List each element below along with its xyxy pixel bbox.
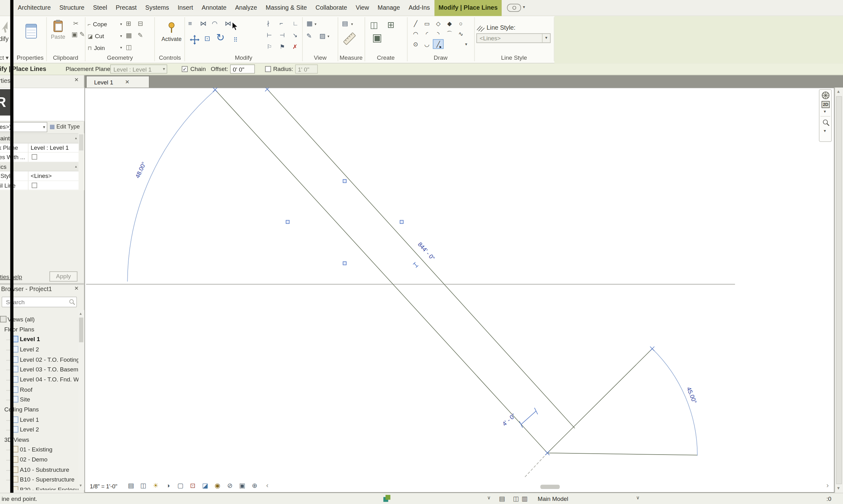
- paint-icon[interactable]: ▦: [126, 32, 132, 39]
- scroll-up-icon[interactable]: ▴: [837, 89, 840, 94]
- trim-extend-single-icon[interactable]: ∟: [293, 20, 298, 26]
- cut-icon[interactable]: ✂: [73, 20, 79, 28]
- edit-type-button[interactable]: ▦ Edit Type: [49, 123, 80, 130]
- shadows-icon[interactable]: ◑: [164, 482, 172, 490]
- split-element-icon[interactable]: ∤: [266, 20, 270, 27]
- measure-icon[interactable]: [342, 31, 357, 48]
- project-browser-close-icon[interactable]: ✕: [74, 286, 79, 291]
- active-workset-icon[interactable]: ▤: [499, 495, 505, 502]
- visual-style-icon[interactable]: ◫: [139, 482, 148, 490]
- hscroll-thumb[interactable]: [540, 485, 560, 489]
- design-options-select[interactable]: Main Model: [538, 496, 568, 502]
- reveal-hidden-icon[interactable]: ◉: [213, 482, 222, 490]
- zoom-icon[interactable]: [822, 119, 829, 127]
- properties-button[interactable]: [19, 19, 43, 51]
- type-selector-caret-icon[interactable]: ▾: [43, 125, 45, 129]
- copy-icon[interactable]: ⊡: [204, 34, 210, 42]
- aligned-dimension-icon[interactable]: ▤: [342, 20, 348, 28]
- view-tab-close-icon[interactable]: ✕: [125, 79, 129, 85]
- caret-down-icon[interactable]: ▾: [120, 46, 122, 50]
- cut-geometry-button[interactable]: ◪Cut▾: [88, 31, 122, 41]
- analytical-model-icon[interactable]: ⊕: [250, 482, 259, 490]
- tab-add-ins[interactable]: Add-Ins: [404, 0, 434, 16]
- inscribed-polygon-tool-icon[interactable]: ◇: [433, 19, 443, 28]
- temporary-dimension-length[interactable]: 844' - 0": [416, 241, 436, 262]
- steering-wheel-icon[interactable]: [822, 91, 830, 101]
- tab-view[interactable]: View: [351, 0, 373, 16]
- create-assembly-icon[interactable]: ▣: [372, 31, 382, 44]
- cope-button[interactable]: ⌐Cope▾: [88, 19, 122, 30]
- main-model-icon[interactable]: ▥: [522, 495, 528, 502]
- caret-down-icon[interactable]: ▾: [314, 22, 316, 26]
- join-geometry-button[interactable]: ⊓Join▾: [88, 42, 122, 53]
- mirror-pick-axis-icon[interactable]: ⋈: [200, 20, 207, 28]
- create-parts-icon[interactable]: ◫: [370, 20, 378, 30]
- spline-tool-icon[interactable]: ∿: [456, 30, 466, 38]
- radius-checkbox[interactable]: [265, 66, 271, 72]
- wheel-caret-icon[interactable]: ▾: [824, 109, 826, 114]
- scale-button[interactable]: 1/8" = 1'-0": [90, 483, 117, 490]
- scale-icon[interactable]: ↘: [293, 32, 297, 38]
- worksets-status-icon[interactable]: [383, 495, 390, 502]
- modify-big-button-label[interactable]: Modify: [0, 35, 8, 42]
- zoom-caret-icon[interactable]: ▾: [824, 128, 826, 133]
- modify-big-button-icon[interactable]: [0, 20, 8, 35]
- temporary-hide-icon[interactable]: ◪: [201, 482, 210, 490]
- caret-down-icon[interactable]: ▾: [120, 22, 122, 26]
- worksets-caret-icon[interactable]: ∨: [487, 495, 491, 500]
- start-end-radius-arc-tool-icon[interactable]: ◠: [411, 30, 420, 38]
- ribbon-display-toggle[interactable]: [507, 4, 521, 12]
- visibility-graphics-icon[interactable]: ▦: [306, 20, 312, 28]
- show-hidden-lines-icon[interactable]: ▨: [320, 32, 325, 40]
- wheel-2d-button[interactable]: 2D: [822, 101, 830, 108]
- type-selector[interactable]: Lines (<Lines>) ▾: [0, 122, 47, 132]
- show-crop-icon[interactable]: ⊡: [188, 482, 197, 490]
- draw-gallery-caret-icon[interactable]: ▾: [465, 42, 467, 47]
- detail-level-icon[interactable]: ▤: [126, 482, 136, 490]
- tab-steel[interactable]: Steel: [89, 0, 112, 16]
- tree-scrollbar[interactable]: ▴ ▾: [79, 310, 85, 490]
- caret-down-icon[interactable]: ▾: [327, 34, 329, 39]
- design-options-icon[interactable]: ◫: [513, 495, 519, 502]
- center-ends-arc-tool-icon[interactable]: ◜: [422, 30, 432, 38]
- pin-icon[interactable]: ⚐: [266, 43, 272, 50]
- tab-precast[interactable]: Precast: [111, 0, 141, 16]
- trim-extend-multiple-icon[interactable]: ⊢: [266, 32, 272, 38]
- crop-view-icon[interactable]: ▢: [176, 482, 185, 490]
- caret-down-icon[interactable]: ▾: [351, 22, 353, 26]
- vertical-scrollbar[interactable]: ▴ ▾: [835, 88, 843, 493]
- fillet-arc-tool-icon[interactable]: ⌒: [445, 30, 454, 38]
- group-collapse-icon[interactable]: ▴: [75, 136, 77, 140]
- radius-input[interactable]: 1' 0": [295, 65, 317, 73]
- tab-massing-site[interactable]: Massing & Site: [261, 0, 311, 16]
- group-collapse-icon[interactable]: ▴: [75, 164, 77, 168]
- tab-annotate[interactable]: Annotate: [197, 0, 231, 16]
- hscroll-right-icon[interactable]: ›: [826, 482, 829, 490]
- tab-architecture[interactable]: Architecture: [14, 0, 55, 16]
- match-type-icon[interactable]: ✎: [80, 31, 85, 38]
- drawing-area[interactable]: 844' - 0" 48.00° 45.00° 4' - 0" 1/8" = 1…: [85, 88, 835, 493]
- create-group-icon[interactable]: ⊞: [387, 20, 394, 30]
- tab-manage[interactable]: Manage: [373, 0, 404, 16]
- model-geometry[interactable]: 844' - 0" 48.00° 45.00° 4' - 0": [85, 88, 835, 493]
- tab-insert[interactable]: Insert: [173, 0, 197, 16]
- hscroll-left-icon[interactable]: ‹: [266, 482, 269, 490]
- tangent-end-arc-tool-icon[interactable]: ◝: [433, 30, 443, 38]
- scroll-up-icon[interactable]: ▴: [80, 311, 82, 316]
- tab-modify-place-lines[interactable]: Modify | Place Lines: [434, 0, 502, 16]
- temporary-view-properties-icon[interactable]: ▣: [238, 482, 246, 490]
- tab-analyze[interactable]: Analyze: [230, 0, 261, 16]
- scroll-thumb[interactable]: [836, 96, 842, 484]
- line-style-select[interactable]: <Lines> ▾: [476, 34, 550, 43]
- beam-column-joins-icon[interactable]: ⊟: [138, 20, 143, 28]
- tab-systems[interactable]: Systems: [141, 0, 173, 16]
- scroll-down-icon[interactable]: ▾: [837, 485, 840, 490]
- partial-ellipse-tool-icon[interactable]: ◡: [422, 40, 432, 48]
- paste-button[interactable]: Paste: [49, 19, 68, 49]
- ribbon-display-caret-icon[interactable]: ▾: [523, 5, 525, 16]
- delete-icon[interactable]: ✗: [293, 43, 297, 50]
- thin-lines-icon[interactable]: ✎: [306, 32, 312, 40]
- remove-paint-icon[interactable]: ✎: [138, 32, 143, 39]
- offset-icon[interactable]: ◠: [212, 20, 218, 28]
- unpin-icon[interactable]: ⚑: [280, 43, 285, 50]
